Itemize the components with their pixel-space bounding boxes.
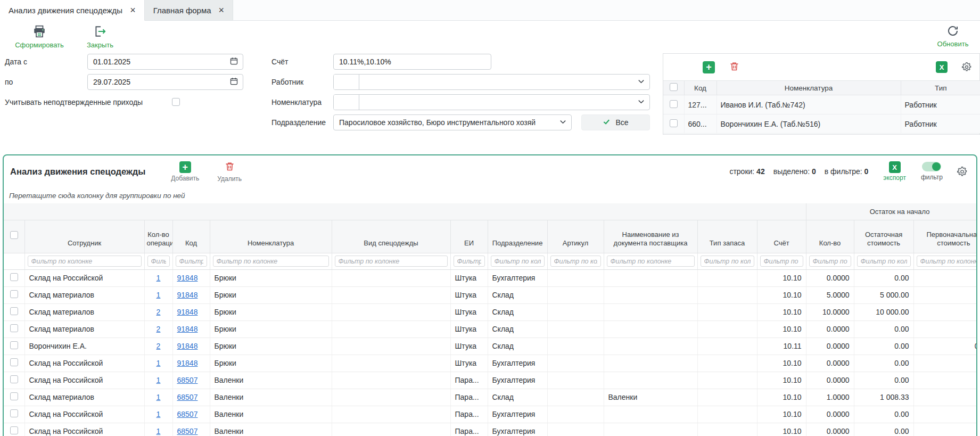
filter-input-workwear-kind[interactable] [335, 256, 448, 267]
col-header-operations[interactable]: Кол-во операций [144, 220, 172, 253]
col-header-residual-cost[interactable]: Остаточная стоимость [854, 220, 913, 253]
operations-link[interactable]: 1 [157, 393, 161, 401]
table-row[interactable]: Склад на Российской 1 68507 Валенки Пара… [4, 423, 976, 436]
filter-input-unit[interactable] [454, 256, 485, 267]
filter-input-article[interactable] [550, 256, 601, 267]
code-link[interactable]: 91848 [177, 325, 198, 333]
row-checkbox[interactable] [10, 307, 18, 315]
code-link[interactable]: 68507 [177, 376, 198, 384]
filter-input-nomenclature[interactable] [213, 256, 329, 267]
table-row[interactable]: Склад материалов 2 91848 Брюки Штука Скл… [4, 320, 976, 338]
select-all-departments-button[interactable]: Все [581, 114, 650, 130]
row-checkbox[interactable] [10, 375, 18, 383]
filter-input-stock-type[interactable] [701, 256, 754, 267]
col-header-department[interactable]: Подразделение [488, 220, 547, 253]
row-checkbox[interactable] [10, 290, 18, 298]
selection-row[interactable]: 660... Ворончихин Е.А. (Таб.№516) Работн… [663, 114, 980, 134]
tab-analysis[interactable]: Анализ движения спецодежды × [0, 0, 145, 21]
code-link[interactable]: 68507 [177, 393, 198, 401]
delete-selection-button[interactable] [729, 61, 740, 73]
code-link[interactable]: 68507 [177, 410, 198, 418]
col-header-stock-type[interactable]: Тип запаса [697, 220, 757, 253]
col-header-supplier-name[interactable]: Наименование из документа поставщика [604, 220, 697, 253]
generate-button[interactable]: Сформировать [14, 24, 65, 49]
col-header-qty[interactable]: Кол-во [806, 220, 854, 253]
col-header-account[interactable]: Счёт [757, 220, 806, 253]
col-header-nomenclature[interactable]: Номенклатура [210, 220, 332, 253]
select-all-checkbox[interactable] [10, 231, 18, 239]
table-row[interactable]: Склад на Российской 1 68507 Валенки Пара… [4, 406, 976, 423]
close-tab-icon[interactable]: × [219, 5, 225, 15]
table-row[interactable]: Ворончихин Е.А. 2 91848 Брюки Штука Скла… [4, 338, 976, 355]
row-checkbox[interactable] [10, 273, 18, 281]
table-row[interactable]: Склад на Российской 1 68507 Валенки Пара… [4, 372, 976, 389]
select-all-checkbox[interactable] [670, 83, 678, 91]
filter-input-code[interactable] [176, 256, 207, 267]
date-to-field[interactable] [87, 74, 243, 90]
date-from-input[interactable] [93, 57, 229, 66]
filter-input-qty[interactable] [809, 256, 851, 267]
col-header-code[interactable]: Код [172, 220, 210, 253]
code-link[interactable]: 68507 [177, 427, 198, 435]
operations-link[interactable]: 2 [157, 325, 161, 333]
filter-toggle[interactable] [922, 162, 941, 171]
refresh-button[interactable]: Обновить [934, 24, 971, 48]
filter-input-account[interactable] [760, 256, 803, 267]
close-form-button[interactable]: Закрыть [75, 24, 126, 49]
filter-input-employee[interactable] [28, 256, 142, 267]
operations-link[interactable]: 1 [157, 427, 161, 435]
add-selection-button[interactable]: + [703, 61, 715, 73]
nomenclature-combobox[interactable] [333, 94, 650, 110]
export-button[interactable]: X экспорт [883, 161, 906, 182]
row-checkbox[interactable] [10, 426, 18, 434]
table-row[interactable]: Склад на Российской 1 91848 Брюки Штука … [4, 269, 976, 286]
filter-input-residual-cost[interactable] [857, 256, 911, 267]
operations-link[interactable]: 1 [157, 359, 161, 367]
code-link[interactable]: 91848 [177, 274, 198, 282]
row-checkbox[interactable] [10, 341, 18, 349]
nomenclature-code-input[interactable] [334, 95, 359, 110]
tab-main-form[interactable]: Главная форма × [145, 0, 233, 20]
close-tab-icon[interactable]: × [130, 5, 136, 15]
code-link[interactable]: 91848 [177, 308, 198, 316]
account-field[interactable] [333, 54, 491, 70]
account-input[interactable] [339, 57, 487, 66]
code-link[interactable]: 91848 [177, 291, 198, 299]
unconfirmed-checkbox[interactable] [172, 98, 180, 106]
operations-link[interactable]: 1 [157, 376, 161, 384]
col-header-workwear-kind[interactable]: Вид спецодежды [332, 220, 450, 253]
col-header-initial-cost[interactable]: Первоначальная стоимость [913, 220, 976, 253]
groupby-dropzone[interactable]: Перетащите сюда колонку для группировки … [4, 187, 976, 203]
col-header-unit[interactable]: ЕИ [450, 220, 488, 253]
row-checkbox[interactable] [670, 119, 678, 127]
row-checkbox[interactable] [10, 358, 18, 366]
filter-input-operations[interactable] [147, 256, 170, 267]
operations-link[interactable]: 2 [157, 308, 161, 316]
operations-link[interactable]: 1 [157, 274, 161, 282]
table-row[interactable]: Склад материалов 1 68507 Валенки Пара...… [4, 389, 976, 406]
filter-input-department[interactable] [491, 256, 545, 267]
selection-row[interactable]: 127... Иванов И.И. (Таб.№742) Работник [663, 95, 980, 114]
add-row-button[interactable]: + Добавить [171, 161, 199, 182]
col-header-employee[interactable]: Сотрудник [24, 220, 144, 253]
col-header-article[interactable]: Артикул [547, 220, 604, 253]
table-row[interactable]: Склад материалов 2 91848 Брюки Штука Скл… [4, 303, 976, 320]
worker-combobox[interactable] [333, 74, 650, 90]
calendar-icon[interactable] [229, 77, 238, 87]
row-checkbox[interactable] [10, 324, 18, 332]
date-to-input[interactable] [93, 78, 229, 86]
table-row[interactable]: Склад материалов 1 91848 Брюки Штука Скл… [4, 286, 976, 303]
table-row[interactable]: Склад на Российской 1 91848 Брюки Штука … [4, 355, 976, 372]
excel-export-icon[interactable]: X [936, 61, 948, 73]
code-link[interactable]: 91848 [177, 359, 198, 367]
worker-code-input[interactable] [334, 75, 359, 89]
operations-link[interactable]: 1 [157, 291, 161, 299]
filter-input-supplier-name[interactable] [607, 256, 695, 267]
row-checkbox[interactable] [10, 392, 18, 400]
operations-link[interactable]: 1 [157, 410, 161, 418]
gear-icon[interactable] [961, 62, 972, 72]
delete-row-button[interactable]: Удалить [217, 161, 242, 183]
row-checkbox[interactable] [670, 100, 678, 108]
code-link[interactable]: 91848 [177, 342, 198, 350]
gear-icon[interactable] [957, 166, 968, 177]
